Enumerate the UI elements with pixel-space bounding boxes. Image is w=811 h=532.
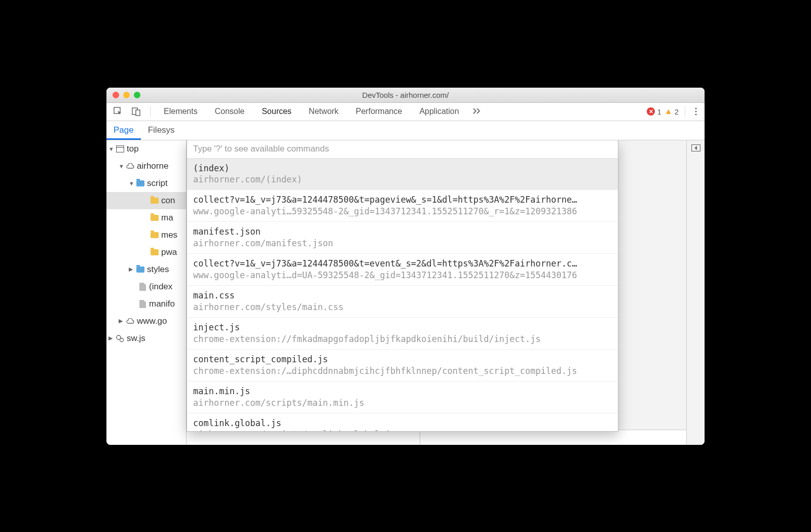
tree-label: styles bbox=[147, 264, 169, 275]
folder-icon bbox=[136, 179, 145, 188]
item-title: content_script_compiled.js bbox=[193, 354, 612, 365]
item-title: main.css bbox=[193, 290, 612, 301]
item-title: collect?v=1&_v=j73&a=1244478500&t=event&… bbox=[193, 258, 612, 270]
separator bbox=[150, 106, 151, 117]
window-title: DevTools - airhorner.com/ bbox=[106, 91, 705, 99]
svg-point-9 bbox=[120, 338, 124, 341]
command-menu-item[interactable]: content_script_compiled.js chrome-extens… bbox=[187, 350, 618, 382]
svg-point-5 bbox=[695, 113, 696, 115]
svg-rect-2 bbox=[136, 110, 140, 116]
caret-right-icon: ▶ bbox=[129, 266, 134, 273]
command-menu-list: (index) airhorner.com/(index) collect?v=… bbox=[187, 159, 618, 432]
subtab-page[interactable]: Page bbox=[106, 121, 141, 140]
command-menu-item[interactable]: collect?v=1&_v=j73&a=1244478500&t=pagevi… bbox=[187, 190, 618, 222]
command-menu-input[interactable] bbox=[187, 140, 618, 159]
error-count[interactable]: ✕ 1 bbox=[647, 107, 661, 116]
tree-label: mes bbox=[161, 230, 177, 240]
caret-down-icon: ▼ bbox=[119, 163, 124, 169]
tree-file[interactable]: pwa bbox=[106, 244, 186, 261]
command-menu-item[interactable]: main.min.js airhorner.com/scripts/main.m… bbox=[187, 382, 618, 413]
item-subtitle: www.google-analyti…d=UA-59325548-2&_gid=… bbox=[193, 270, 612, 281]
tree-top[interactable]: ▼ top bbox=[106, 140, 186, 158]
tab-console[interactable]: Console bbox=[208, 104, 252, 119]
maximize-window-button[interactable] bbox=[134, 92, 140, 98]
command-menu-item[interactable]: main.css airhorner.com/styles/main.css bbox=[187, 286, 618, 318]
main-toolbar: Elements Console Sources Network Perform… bbox=[106, 103, 705, 121]
tree-label: (index bbox=[149, 282, 172, 292]
right-gutter bbox=[686, 140, 705, 445]
subtab-filesystem[interactable]: Filesys bbox=[141, 121, 182, 140]
frame-icon bbox=[116, 144, 125, 154]
tree-service-worker[interactable]: ▶ sw.js bbox=[106, 330, 186, 347]
tab-performance[interactable]: Performance bbox=[349, 104, 410, 119]
caret-down-icon: ▼ bbox=[108, 146, 114, 152]
command-menu-item[interactable]: (index) airhorner.com/(index) bbox=[187, 159, 618, 191]
tree-label: con bbox=[161, 196, 175, 206]
titlebar: DevTools - airhorner.com/ bbox=[106, 88, 705, 103]
item-title: collect?v=1&_v=j73&a=1244478500&t=pagevi… bbox=[193, 194, 612, 206]
more-tabs-icon[interactable] bbox=[469, 106, 485, 117]
tree-domain-other[interactable]: ▶ www.go bbox=[106, 313, 186, 330]
command-menu-item[interactable]: manifest.json airhorner.com/manifest.jso… bbox=[187, 222, 618, 254]
folder-icon bbox=[150, 248, 159, 257]
error-count-value: 1 bbox=[657, 107, 661, 116]
cloud-icon bbox=[126, 162, 135, 171]
svg-point-4 bbox=[695, 110, 696, 112]
warning-count-value: 2 bbox=[675, 107, 679, 116]
item-subtitle: airhorner.com/(index) bbox=[193, 174, 612, 185]
tree-label: airhorne bbox=[137, 161, 168, 171]
tree-file[interactable]: mes bbox=[106, 226, 186, 244]
command-menu-item[interactable]: comlink.global.js airhorner.com/scripts/… bbox=[187, 413, 618, 432]
command-menu-item[interactable]: collect?v=1&_v=j73&a=1244478500&t=event&… bbox=[187, 254, 618, 286]
tree-label: top bbox=[127, 144, 139, 154]
tab-application[interactable]: Application bbox=[412, 104, 466, 119]
tree-label: ma bbox=[161, 213, 173, 223]
tree-label: script bbox=[147, 178, 168, 188]
document-icon bbox=[138, 299, 147, 309]
minimize-window-button[interactable] bbox=[123, 92, 130, 98]
tree-label: www.go bbox=[137, 316, 167, 326]
cloud-icon bbox=[126, 317, 135, 326]
svg-point-3 bbox=[695, 107, 696, 109]
tree-domain[interactable]: ▼ airhorne bbox=[106, 158, 186, 175]
close-window-button[interactable] bbox=[113, 92, 119, 98]
item-title: (index) bbox=[193, 163, 612, 174]
item-title: main.min.js bbox=[193, 386, 612, 397]
bottom-panel bbox=[187, 430, 686, 445]
item-subtitle: airhorner.com/scripts/main.min.js bbox=[193, 397, 612, 409]
item-subtitle: airhorner.com/manifest.json bbox=[193, 238, 612, 249]
traffic-lights bbox=[106, 92, 140, 98]
tab-sources[interactable]: Sources bbox=[254, 104, 299, 119]
tree-file[interactable]: con bbox=[106, 192, 186, 209]
collapse-panel-icon[interactable] bbox=[691, 144, 701, 151]
caret-right-icon: ▶ bbox=[119, 318, 124, 324]
gear-icon bbox=[116, 334, 125, 343]
devtools-window: DevTools - airhorner.com/ Elements Conso… bbox=[106, 88, 705, 445]
item-subtitle: chrome-extension:/…diphcddnnabmjcihcjfbh… bbox=[193, 365, 612, 377]
separator bbox=[685, 106, 685, 117]
caret-down-icon: ▼ bbox=[129, 180, 134, 186]
tab-elements[interactable]: Elements bbox=[157, 104, 205, 119]
svg-rect-6 bbox=[117, 145, 124, 152]
warning-icon: ▲ bbox=[665, 107, 673, 116]
warning-count[interactable]: ▲ 2 bbox=[665, 107, 679, 116]
item-title: manifest.json bbox=[193, 226, 612, 238]
item-subtitle: chrome-extension://fmkadmapgofadopljbjfk… bbox=[193, 333, 612, 345]
content-area: ▼ top ▼ airhorne ▼ script con ma bbox=[106, 140, 705, 445]
inspect-element-icon[interactable] bbox=[110, 105, 126, 118]
command-menu-item[interactable]: inject.js chrome-extension://fmkadmapgof… bbox=[187, 318, 618, 350]
file-tree-sidebar: ▼ top ▼ airhorne ▼ script con ma bbox=[106, 140, 187, 445]
tree-folder-scripts[interactable]: ▼ script bbox=[106, 175, 186, 192]
tree-file[interactable]: ma bbox=[106, 209, 186, 226]
item-subtitle: airhorner.com/scripts/comlink.global.js bbox=[193, 429, 612, 431]
tab-network[interactable]: Network bbox=[302, 104, 346, 119]
item-title: comlink.global.js bbox=[193, 417, 612, 429]
folder-icon bbox=[136, 265, 145, 274]
kebab-menu-icon[interactable] bbox=[691, 105, 701, 118]
tree-label: sw.js bbox=[127, 333, 145, 344]
tree-file[interactable]: (index bbox=[106, 278, 186, 295]
tree-folder-styles[interactable]: ▶ styles bbox=[106, 261, 186, 278]
device-toolbar-icon[interactable] bbox=[129, 105, 144, 118]
tree-label: pwa bbox=[161, 247, 177, 257]
tree-file[interactable]: manifo bbox=[106, 295, 186, 313]
